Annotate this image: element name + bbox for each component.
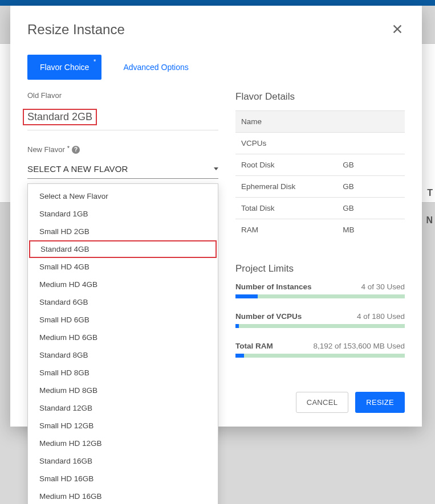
dropdown-item[interactable]: Medium HD 16GB — [28, 487, 218, 504]
tab-bar: Flavor Choice * Advanced Options — [27, 55, 405, 80]
progress-bar-fill — [235, 324, 239, 328]
dropdown-item[interactable]: Medium HD 4GB — [28, 276, 218, 293]
tab-flavor-choice[interactable]: Flavor Choice * — [27, 55, 101, 80]
details-value: MB — [337, 219, 405, 241]
progress-bar — [235, 294, 405, 298]
new-flavor-select[interactable]: SELECT A NEW FLAVOR — [27, 158, 218, 179]
details-label: Ephemeral Disk — [235, 176, 337, 198]
new-flavor-label: New Flavor * ? — [27, 145, 218, 154]
details-row: Root DiskGB — [235, 154, 405, 176]
dropdown-item[interactable]: Small HD 6GB — [28, 311, 218, 329]
app-top-bar — [0, 0, 435, 6]
dropdown-item[interactable]: Standard 12GB — [28, 399, 218, 417]
new-flavor-dropdown[interactable]: Select a New FlavorStandard 1GBSmall HD … — [27, 183, 218, 504]
details-value — [337, 133, 405, 154]
dropdown-item[interactable]: Small HD 12GB — [28, 417, 218, 435]
dropdown-item[interactable]: Standard 16GB — [28, 452, 218, 470]
details-label: Total Disk — [235, 198, 337, 219]
field-label-text: New Flavor — [27, 145, 65, 154]
required-asterisk-icon: * — [93, 58, 96, 65]
modal-title: Resize Instance — [27, 22, 125, 38]
limit-row: Number of VCPUs4 of 180 Used — [235, 312, 405, 328]
progress-bar — [235, 354, 405, 358]
modal-footer: CANCEL RESIZE — [235, 392, 405, 413]
tab-label: Flavor Choice — [40, 63, 89, 72]
dropdown-item[interactable]: Medium HD 12GB — [28, 435, 218, 452]
details-label: Root Disk — [235, 154, 337, 176]
project-limits-heading: Project Limits — [235, 263, 405, 274]
limit-usage: 4 of 30 Used — [361, 282, 405, 291]
old-flavor-highlight: Standard 2GB — [23, 109, 97, 125]
dropdown-item[interactable]: Small HD 16GB — [28, 470, 218, 487]
tab-advanced-options[interactable]: Advanced Options — [111, 55, 201, 80]
resize-instance-modal: Resize Instance Flavor Choice * Advanced… — [10, 6, 422, 427]
details-label: VCPUs — [235, 133, 337, 154]
caret-down-icon — [214, 167, 218, 170]
background-column-header: N — [426, 215, 433, 226]
details-label: RAM — [235, 219, 337, 241]
details-value: GB — [337, 176, 405, 198]
details-value: GB — [337, 198, 405, 219]
cancel-button[interactable]: CANCEL — [296, 392, 349, 413]
modal-header: Resize Instance — [27, 22, 405, 39]
details-row: RAMMB — [235, 219, 405, 241]
limit-label: Number of Instances — [235, 282, 312, 291]
select-placeholder-text: SELECT A NEW FLAVOR — [27, 164, 128, 174]
limit-row: Number of Instances4 of 30 Used — [235, 282, 405, 298]
progress-bar — [235, 324, 405, 328]
details-column: Flavor Details NameVCPUsRoot DiskGBEphem… — [235, 91, 405, 413]
required-asterisk-icon: * — [67, 145, 70, 151]
dropdown-item[interactable]: Select a New Flavor — [28, 184, 218, 205]
dropdown-item[interactable]: Standard 8GB — [28, 346, 218, 364]
limit-usage: 4 of 180 Used — [357, 312, 405, 321]
limit-usage: 8,192 of 153,600 MB Used — [313, 342, 405, 350]
dropdown-item[interactable]: Standard 1GB — [28, 205, 218, 223]
old-flavor-label: Old Flavor — [27, 91, 218, 100]
old-flavor-value: Standard 2GB — [27, 104, 218, 130]
details-value — [337, 111, 405, 133]
limit-row: Total RAM8,192 of 153,600 MB Used — [235, 342, 405, 358]
resize-button[interactable]: RESIZE — [355, 392, 405, 413]
details-row: Ephemeral DiskGB — [235, 176, 405, 198]
flavor-details-table: NameVCPUsRoot DiskGBEphemeral DiskGBTota… — [235, 110, 405, 240]
dropdown-item[interactable]: Small HD 4GB — [28, 258, 218, 276]
dropdown-item[interactable]: Small HD 8GB — [28, 364, 218, 382]
progress-bar-fill — [235, 294, 258, 298]
progress-bar-fill — [235, 354, 244, 358]
details-row: VCPUs — [235, 133, 405, 154]
dropdown-item[interactable]: Medium HD 8GB — [28, 382, 218, 399]
details-value: GB — [337, 154, 405, 176]
details-row: Total DiskGB — [235, 198, 405, 219]
background-column-header: T — [427, 188, 433, 198]
project-limits-section: Project Limits Number of Instances4 of 3… — [235, 263, 405, 358]
dropdown-item[interactable]: Medium HD 6GB — [28, 329, 218, 346]
close-icon — [391, 23, 404, 35]
close-button[interactable] — [390, 22, 405, 39]
help-icon[interactable]: ? — [72, 146, 80, 154]
tab-label: Advanced Options — [123, 63, 188, 72]
dropdown-item[interactable]: Small HD 2GB — [28, 223, 218, 240]
limit-label: Number of VCPUs — [235, 312, 302, 321]
details-row: Name — [235, 111, 405, 133]
flavor-details-heading: Flavor Details — [235, 91, 405, 103]
details-label: Name — [235, 111, 337, 133]
dropdown-item[interactable]: Standard 6GB — [28, 293, 218, 311]
limit-label: Total RAM — [235, 342, 273, 350]
dropdown-item[interactable]: Standard 4GB — [29, 240, 217, 258]
